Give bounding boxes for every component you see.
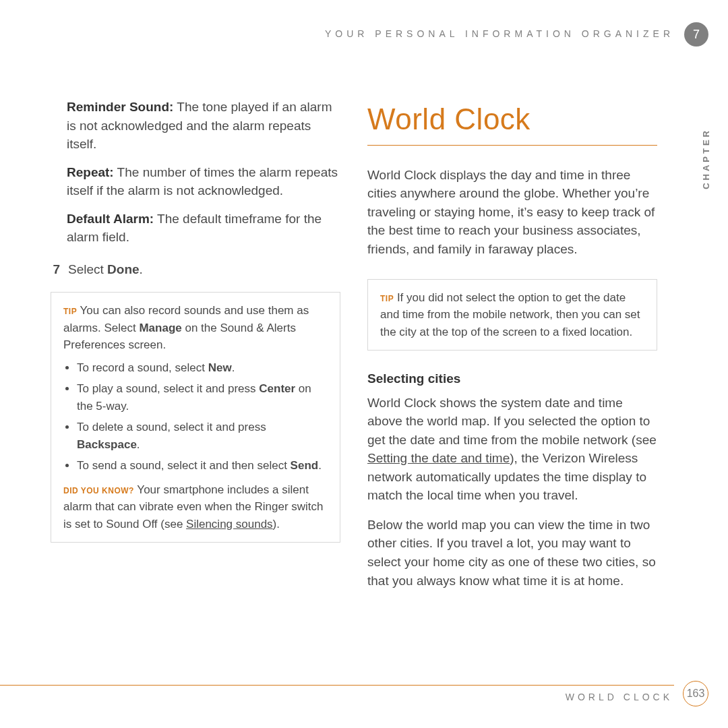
definition-default-alarm: Default Alarm: The default timeframe for… [67,210,340,247]
footer-text: WORLD CLOCK [0,692,673,702]
text: Select [68,262,107,276]
text: . [137,438,140,451]
running-header: YOUR PERSONAL INFORMATION ORGANIZER [0,28,674,39]
chapter-label: CHAPTER [701,128,711,189]
step-7: 7 Select Done. [51,260,340,279]
text: To send a sound, select it and then sele… [77,459,291,472]
step-text: Select Done. [68,260,143,279]
tip-text: If you did not select the option to get … [380,291,640,338]
bold: Manage [139,322,181,334]
term: Default Alarm: [67,212,154,226]
text: . [318,459,322,472]
list-item: To send a sound, select it and then sele… [77,457,328,475]
right-column: World Clock World Clock displays the day… [367,98,657,601]
link-setting-date-time[interactable]: Setting the date and time [367,451,510,465]
list-item: To play a sound, select it and press Cen… [77,380,328,415]
paragraph: Below the world map you can view the tim… [367,516,657,590]
term: Repeat: [67,165,114,179]
definition-reminder-sound: Reminder Sound: The tone played if an al… [67,98,340,154]
paragraph: World Clock shows the system date and ti… [367,394,657,505]
bold: New [208,361,232,374]
dyk-text: ). [273,518,280,530]
page-number-badge: 163 [683,681,708,706]
intro-paragraph: World Clock displays the day and time in… [367,166,657,259]
text: . [232,361,235,374]
list-item: To delete a sound, select it and press B… [77,419,328,453]
footer-rule [0,685,674,686]
list-item: To record a sound, select New. [77,359,328,377]
chapter-number-badge: 7 [684,22,708,47]
text: To play a sound, select it and press [77,382,259,395]
section-title: World Clock [367,98,657,146]
definition-repeat: Repeat: The number of times the alarm re… [67,163,340,200]
text: World Clock shows the system date and ti… [367,396,657,447]
term: Reminder Sound: [67,100,173,114]
bold: Backspace [77,438,137,451]
text: To delete a sound, select it and press [77,421,266,433]
text: . [140,262,143,276]
tip-label: TIP [380,294,394,303]
bold: Center [259,382,295,395]
tip-box: TIP If you did not select the option to … [367,279,657,351]
text: To record a sound, select [77,361,208,374]
tip-label: TIP [63,307,77,316]
tip-box: TIP You can also record sounds and use t… [51,292,340,543]
link-silencing-sounds[interactable]: Silencing sounds [186,518,273,530]
bold: Done [107,262,140,276]
subheading-selecting-cities: Selecting cities [367,369,657,388]
left-column: Reminder Sound: The tone played if an al… [51,98,340,601]
did-you-know-label: DID YOU KNOW? [63,486,134,495]
bold: Send [291,459,319,472]
tip-list: To record a sound, select New. To play a… [77,359,328,475]
step-number: 7 [51,260,60,279]
